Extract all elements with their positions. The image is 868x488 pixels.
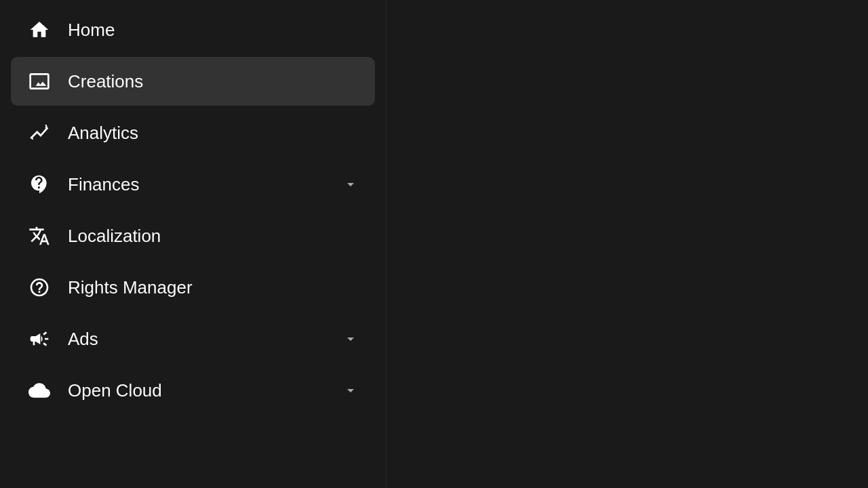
creations-icon bbox=[27, 69, 52, 94]
sidebar-item-label: Analytics bbox=[68, 123, 359, 144]
sidebar-item-creations[interactable]: Creations bbox=[11, 57, 375, 106]
sidebar-item-label: Finances bbox=[68, 174, 326, 195]
finances-icon bbox=[27, 172, 52, 197]
sidebar-item-finances[interactable]: Finances bbox=[11, 160, 375, 209]
sidebar-item-open-cloud[interactable]: Open Cloud bbox=[11, 366, 375, 415]
open-cloud-icon bbox=[27, 378, 52, 403]
analytics-icon bbox=[27, 121, 52, 145]
main-content bbox=[387, 0, 868, 488]
sidebar-item-home[interactable]: Home bbox=[11, 5, 375, 54]
rights-manager-icon bbox=[27, 275, 52, 300]
sidebar-item-label: Home bbox=[68, 20, 359, 41]
sidebar-item-label: Creations bbox=[68, 71, 359, 92]
sidebar-item-ads[interactable]: Ads bbox=[11, 314, 375, 363]
home-icon bbox=[27, 18, 52, 42]
chevron-down-icon bbox=[342, 382, 359, 399]
localization-icon bbox=[27, 224, 52, 248]
sidebar: Home Creations Analytics Finances bbox=[0, 0, 387, 488]
sidebar-item-label: Localization bbox=[68, 226, 359, 247]
ads-icon bbox=[27, 327, 52, 351]
sidebar-item-label: Open Cloud bbox=[68, 380, 326, 401]
sidebar-item-rights-manager[interactable]: Rights Manager bbox=[11, 263, 375, 312]
chevron-down-icon bbox=[342, 331, 359, 347]
sidebar-item-localization[interactable]: Localization bbox=[11, 211, 375, 260]
sidebar-item-label: Ads bbox=[68, 329, 326, 350]
sidebar-item-analytics[interactable]: Analytics bbox=[11, 108, 375, 157]
sidebar-item-label: Rights Manager bbox=[68, 277, 359, 298]
chevron-down-icon bbox=[342, 176, 359, 192]
